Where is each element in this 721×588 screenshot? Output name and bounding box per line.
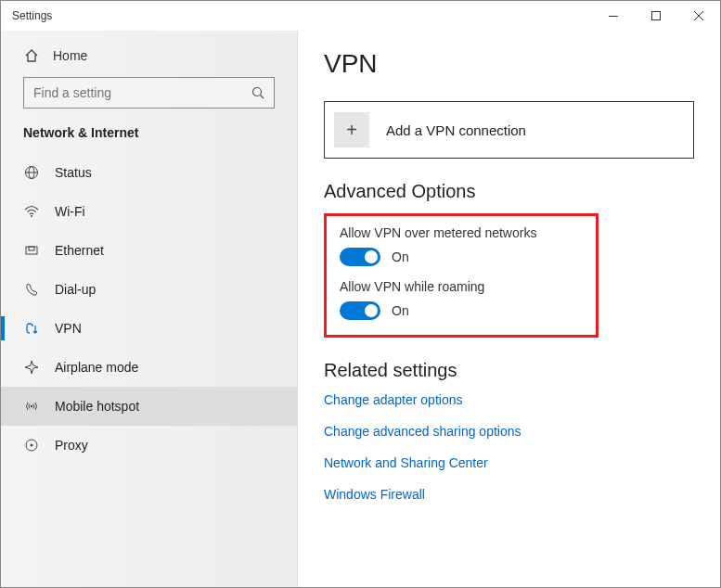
sidebar: Home Network & Internet Status Wi-Fi Eth…	[1, 31, 298, 587]
svg-point-12	[31, 405, 32, 407]
svg-rect-11	[29, 247, 34, 250]
wifi-icon	[23, 203, 40, 220]
svg-point-4	[253, 88, 262, 96]
main-content: VPN + Add a VPN connection Advanced Opti…	[298, 31, 720, 587]
sidebar-item-airplane[interactable]: Airplane mode	[1, 348, 297, 387]
sidebar-item-proxy[interactable]: Proxy	[1, 426, 297, 465]
link-firewall[interactable]: Windows Firewall	[324, 487, 694, 502]
ethernet-icon	[23, 242, 40, 259]
sidebar-item-label: Wi-Fi	[55, 204, 85, 219]
svg-line-5	[261, 96, 264, 99]
window-title: Settings	[12, 9, 52, 22]
metered-state: On	[392, 249, 409, 264]
plus-icon: +	[334, 112, 369, 147]
sidebar-item-label: VPN	[55, 321, 82, 336]
sidebar-item-wifi[interactable]: Wi-Fi	[1, 192, 297, 231]
link-center[interactable]: Network and Sharing Center	[324, 455, 694, 470]
svg-point-14	[31, 444, 33, 447]
maximize-button[interactable]	[635, 1, 677, 31]
roaming-state: On	[392, 303, 409, 318]
search-input[interactable]	[23, 77, 275, 109]
sidebar-item-label: Ethernet	[55, 243, 104, 258]
svg-rect-0	[609, 16, 618, 17]
link-sharing[interactable]: Change advanced sharing options	[324, 424, 694, 439]
section-label: Network & Internet	[1, 125, 297, 153]
home-icon	[23, 47, 40, 64]
sidebar-item-ethernet[interactable]: Ethernet	[1, 231, 297, 270]
roaming-label: Allow VPN while roaming	[340, 279, 583, 294]
home-link[interactable]: Home	[1, 40, 297, 77]
sidebar-item-label: Airplane mode	[55, 360, 138, 375]
sidebar-item-hotspot[interactable]: Mobile hotspot	[1, 387, 297, 426]
svg-point-9	[31, 215, 32, 217]
svg-rect-1	[652, 12, 661, 20]
sidebar-item-dialup[interactable]: Dial-up	[1, 270, 297, 309]
search-icon	[251, 86, 264, 99]
metered-label: Allow VPN over metered networks	[340, 225, 583, 240]
hotspot-icon	[23, 398, 40, 415]
advanced-heading: Advanced Options	[324, 181, 694, 202]
proxy-icon	[23, 437, 40, 454]
link-adapter[interactable]: Change adapter options	[324, 392, 694, 407]
advanced-options-group: Allow VPN over metered networks On Allow…	[324, 213, 599, 338]
minimize-button[interactable]	[592, 1, 635, 31]
sidebar-item-status[interactable]: Status	[1, 153, 297, 192]
metered-toggle[interactable]	[340, 248, 380, 266]
sidebar-item-vpn[interactable]: VPN	[1, 309, 297, 348]
page-title: VPN	[324, 49, 694, 79]
sidebar-item-label: Proxy	[55, 438, 88, 453]
sidebar-item-label: Dial-up	[55, 282, 96, 297]
related-heading: Related settings	[324, 360, 694, 381]
sidebar-item-label: Mobile hotspot	[55, 399, 139, 414]
vpn-icon	[23, 320, 40, 337]
sidebar-item-label: Status	[55, 165, 92, 180]
globe-icon	[23, 164, 40, 181]
close-button[interactable]	[677, 1, 720, 31]
phone-icon	[23, 281, 40, 298]
airplane-icon	[23, 359, 40, 376]
home-label: Home	[53, 48, 87, 63]
add-vpn-button[interactable]: + Add a VPN connection	[324, 101, 694, 159]
add-vpn-label: Add a VPN connection	[386, 122, 526, 138]
roaming-toggle[interactable]	[340, 301, 380, 320]
